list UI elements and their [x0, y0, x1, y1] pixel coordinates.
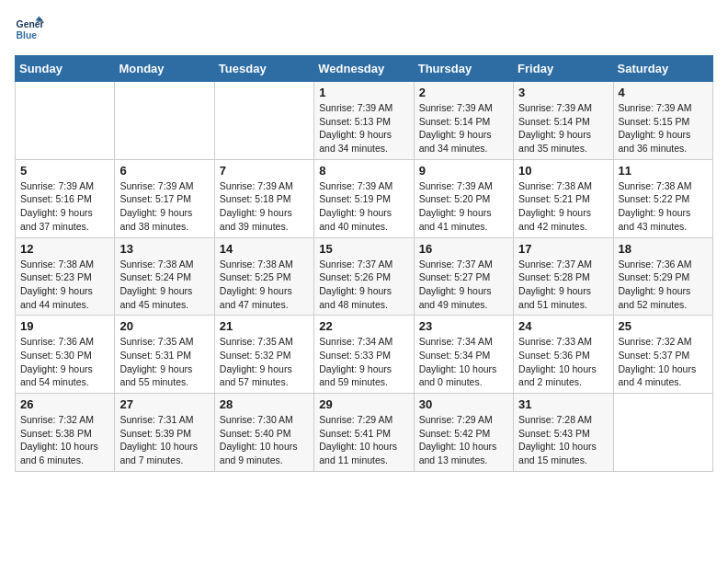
day-info: Sunrise: 7:31 AM Sunset: 5:39 PM Dayligh… [119, 413, 209, 467]
day-number: 12 [20, 242, 109, 256]
calendar-cell [613, 394, 712, 472]
calendar-cell: 13Sunrise: 7:38 AM Sunset: 5:24 PM Dayli… [115, 237, 214, 316]
day-info: Sunrise: 7:38 AM Sunset: 5:24 PM Dayligh… [119, 258, 209, 312]
calendar-week-4: 19Sunrise: 7:36 AM Sunset: 5:30 PM Dayli… [16, 316, 713, 394]
day-info: Sunrise: 7:39 AM Sunset: 5:14 PM Dayligh… [419, 101, 508, 155]
day-number: 6 [119, 164, 209, 178]
day-number: 19 [20, 319, 109, 333]
calendar-table: SundayMondayTuesdayWednesdayThursdayFrid… [15, 55, 713, 472]
calendar-cell: 20Sunrise: 7:35 AM Sunset: 5:31 PM Dayli… [115, 316, 214, 394]
calendar-cell: 9Sunrise: 7:39 AM Sunset: 5:20 PM Daylig… [414, 159, 513, 237]
day-number: 17 [518, 242, 608, 256]
logo: General Blue [15, 15, 44, 44]
calendar-cell: 5Sunrise: 7:39 AM Sunset: 5:16 PM Daylig… [16, 159, 115, 237]
day-info: Sunrise: 7:38 AM Sunset: 5:25 PM Dayligh… [220, 258, 309, 312]
calendar-week-1: 1Sunrise: 7:39 AM Sunset: 5:13 PM Daylig… [16, 82, 713, 160]
day-info: Sunrise: 7:34 AM Sunset: 5:34 PM Dayligh… [419, 335, 508, 389]
day-info: Sunrise: 7:29 AM Sunset: 5:41 PM Dayligh… [319, 413, 408, 467]
day-number: 5 [20, 164, 109, 178]
day-number: 31 [518, 397, 608, 411]
calendar-cell: 8Sunrise: 7:39 AM Sunset: 5:19 PM Daylig… [314, 159, 414, 237]
day-number: 9 [419, 164, 508, 178]
day-number: 28 [220, 397, 309, 411]
calendar-cell: 24Sunrise: 7:33 AM Sunset: 5:36 PM Dayli… [514, 316, 613, 394]
day-info: Sunrise: 7:33 AM Sunset: 5:36 PM Dayligh… [518, 335, 608, 389]
day-info: Sunrise: 7:32 AM Sunset: 5:38 PM Dayligh… [20, 413, 109, 467]
calendar-cell: 26Sunrise: 7:32 AM Sunset: 5:38 PM Dayli… [16, 394, 115, 472]
day-number: 8 [319, 164, 408, 178]
svg-text:Blue: Blue [17, 30, 38, 40]
calendar-cell: 14Sunrise: 7:38 AM Sunset: 5:25 PM Dayli… [214, 237, 313, 316]
day-info: Sunrise: 7:37 AM Sunset: 5:27 PM Dayligh… [419, 258, 508, 312]
day-header-tuesday: Tuesday [214, 56, 313, 82]
day-info: Sunrise: 7:34 AM Sunset: 5:33 PM Dayligh… [319, 335, 408, 389]
day-header-monday: Monday [115, 56, 214, 82]
calendar-cell: 27Sunrise: 7:31 AM Sunset: 5:39 PM Dayli… [115, 394, 214, 472]
day-number: 23 [419, 319, 508, 333]
calendar-cell: 19Sunrise: 7:36 AM Sunset: 5:30 PM Dayli… [16, 316, 115, 394]
calendar-week-2: 5Sunrise: 7:39 AM Sunset: 5:16 PM Daylig… [16, 159, 713, 237]
day-header-sunday: Sunday [16, 56, 115, 82]
day-info: Sunrise: 7:39 AM Sunset: 5:17 PM Dayligh… [119, 179, 209, 234]
calendar-cell: 3Sunrise: 7:39 AM Sunset: 5:14 PM Daylig… [514, 82, 613, 160]
calendar-cell: 4Sunrise: 7:39 AM Sunset: 5:15 PM Daylig… [613, 82, 712, 160]
day-info: Sunrise: 7:32 AM Sunset: 5:37 PM Dayligh… [619, 335, 708, 389]
calendar-cell: 18Sunrise: 7:36 AM Sunset: 5:29 PM Dayli… [613, 237, 712, 316]
day-number: 27 [119, 397, 209, 411]
day-number: 22 [319, 319, 408, 333]
calendar-cell: 16Sunrise: 7:37 AM Sunset: 5:27 PM Dayli… [414, 237, 513, 316]
day-info: Sunrise: 7:39 AM Sunset: 5:16 PM Dayligh… [20, 179, 109, 234]
calendar-cell [16, 82, 115, 160]
day-number: 1 [319, 86, 408, 99]
calendar-cell [115, 82, 214, 160]
day-header-friday: Friday [514, 56, 613, 82]
day-header-wednesday: Wednesday [314, 56, 414, 82]
calendar-cell [214, 82, 313, 160]
day-number: 25 [619, 319, 708, 333]
day-info: Sunrise: 7:37 AM Sunset: 5:28 PM Dayligh… [518, 258, 608, 312]
day-info: Sunrise: 7:37 AM Sunset: 5:26 PM Dayligh… [319, 258, 408, 312]
day-info: Sunrise: 7:39 AM Sunset: 5:18 PM Dayligh… [220, 179, 309, 234]
calendar-week-5: 26Sunrise: 7:32 AM Sunset: 5:38 PM Dayli… [16, 394, 713, 472]
calendar-cell: 28Sunrise: 7:30 AM Sunset: 5:40 PM Dayli… [214, 394, 313, 472]
page-header: General Blue [15, 15, 713, 44]
day-info: Sunrise: 7:39 AM Sunset: 5:14 PM Dayligh… [518, 101, 608, 155]
day-number: 2 [419, 86, 508, 99]
day-number: 15 [319, 242, 408, 256]
day-number: 4 [619, 86, 708, 99]
day-number: 26 [20, 397, 109, 411]
calendar-cell: 17Sunrise: 7:37 AM Sunset: 5:28 PM Dayli… [514, 237, 613, 316]
day-number: 10 [518, 164, 608, 178]
logo-icon: General Blue [15, 15, 44, 44]
calendar-cell: 12Sunrise: 7:38 AM Sunset: 5:23 PM Dayli… [16, 237, 115, 316]
day-info: Sunrise: 7:38 AM Sunset: 5:21 PM Dayligh… [518, 179, 608, 234]
calendar-cell: 6Sunrise: 7:39 AM Sunset: 5:17 PM Daylig… [115, 159, 214, 237]
calendar-cell: 23Sunrise: 7:34 AM Sunset: 5:34 PM Dayli… [414, 316, 513, 394]
day-info: Sunrise: 7:29 AM Sunset: 5:42 PM Dayligh… [419, 413, 508, 467]
day-info: Sunrise: 7:35 AM Sunset: 5:32 PM Dayligh… [220, 335, 309, 389]
calendar-cell: 25Sunrise: 7:32 AM Sunset: 5:37 PM Dayli… [613, 316, 712, 394]
calendar-cell: 22Sunrise: 7:34 AM Sunset: 5:33 PM Dayli… [314, 316, 414, 394]
day-number: 3 [518, 86, 608, 99]
day-info: Sunrise: 7:39 AM Sunset: 5:20 PM Dayligh… [419, 179, 508, 234]
calendar-cell: 30Sunrise: 7:29 AM Sunset: 5:42 PM Dayli… [414, 394, 513, 472]
day-info: Sunrise: 7:35 AM Sunset: 5:31 PM Dayligh… [119, 335, 209, 389]
day-number: 18 [619, 242, 708, 256]
day-info: Sunrise: 7:28 AM Sunset: 5:43 PM Dayligh… [518, 413, 608, 467]
calendar-cell: 21Sunrise: 7:35 AM Sunset: 5:32 PM Dayli… [214, 316, 313, 394]
day-info: Sunrise: 7:36 AM Sunset: 5:30 PM Dayligh… [20, 335, 109, 389]
calendar-cell: 15Sunrise: 7:37 AM Sunset: 5:26 PM Dayli… [314, 237, 414, 316]
day-number: 21 [220, 319, 309, 333]
day-header-thursday: Thursday [414, 56, 513, 82]
day-number: 11 [619, 164, 708, 178]
calendar-cell: 2Sunrise: 7:39 AM Sunset: 5:14 PM Daylig… [414, 82, 513, 160]
calendar-cell: 11Sunrise: 7:38 AM Sunset: 5:22 PM Dayli… [613, 159, 712, 237]
day-number: 7 [220, 164, 309, 178]
day-number: 20 [119, 319, 209, 333]
day-info: Sunrise: 7:30 AM Sunset: 5:40 PM Dayligh… [220, 413, 309, 467]
day-info: Sunrise: 7:39 AM Sunset: 5:13 PM Dayligh… [319, 101, 408, 155]
day-number: 29 [319, 397, 408, 411]
day-number: 16 [419, 242, 508, 256]
day-number: 24 [518, 319, 608, 333]
day-info: Sunrise: 7:39 AM Sunset: 5:19 PM Dayligh… [319, 179, 408, 234]
